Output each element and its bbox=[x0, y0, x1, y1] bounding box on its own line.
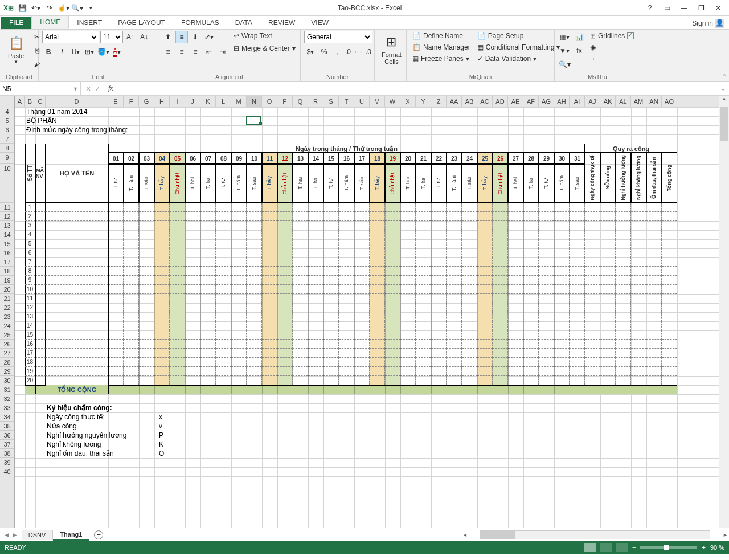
fill-color-button[interactable]: 🪣▾ bbox=[97, 46, 109, 58]
align-middle-icon[interactable]: ≡ bbox=[175, 31, 188, 43]
grid-body[interactable]: Tháng 01 năm 2014BỘ PHẬNĐịnh mức ngày cô… bbox=[15, 107, 719, 528]
column-header[interactable]: AL bbox=[616, 96, 631, 107]
column-header[interactable]: K bbox=[200, 96, 216, 107]
column-header[interactable]: L bbox=[216, 96, 231, 107]
row-header[interactable]: 5 bbox=[0, 116, 14, 125]
column-header[interactable]: G bbox=[139, 96, 154, 107]
orientation-icon[interactable]: ⤢▾ bbox=[203, 31, 215, 43]
underline-button[interactable]: U▾ bbox=[69, 46, 82, 58]
column-header[interactable]: B bbox=[25, 96, 35, 107]
column-header[interactable]: AN bbox=[646, 96, 662, 107]
tab-home[interactable]: HOME bbox=[31, 15, 69, 29]
horizontal-scrollbar[interactable] bbox=[480, 530, 710, 539]
column-header[interactable]: P bbox=[277, 96, 293, 107]
row-header[interactable]: 30 bbox=[0, 376, 14, 385]
row-header[interactable]: 22 bbox=[0, 303, 14, 312]
tab-review[interactable]: REVIEW bbox=[260, 17, 303, 29]
collapse-ribbon-icon[interactable]: ⌃ bbox=[722, 73, 727, 80]
ribbon-display-icon[interactable]: ▭ bbox=[660, 2, 674, 14]
column-header[interactable]: AA bbox=[447, 96, 462, 107]
row-header[interactable]: 16 bbox=[0, 248, 14, 257]
accept-formula-icon[interactable]: ✓ bbox=[95, 85, 100, 93]
decrease-font-icon[interactable]: A↓ bbox=[138, 31, 150, 43]
row-header[interactable]: 17 bbox=[0, 257, 14, 267]
column-header[interactable]: AB bbox=[462, 96, 477, 107]
row-header[interactable]: 29 bbox=[0, 367, 14, 376]
tab-insert[interactable]: INSERT bbox=[69, 17, 110, 29]
vertical-scrollbar[interactable]: ▲ bbox=[719, 96, 729, 528]
page-setup-button[interactable]: 📄Page Setup bbox=[475, 31, 563, 41]
accounting-format-icon[interactable]: $▾ bbox=[304, 46, 317, 58]
align-top-icon[interactable]: ⬆ bbox=[162, 31, 174, 43]
column-header[interactable]: U bbox=[354, 96, 370, 107]
zoom-thumb[interactable] bbox=[664, 545, 669, 550]
column-header[interactable]: O bbox=[262, 96, 277, 107]
column-header[interactable]: J bbox=[185, 96, 200, 107]
bold-button[interactable]: B bbox=[42, 46, 55, 58]
comma-format-icon[interactable]: , bbox=[331, 46, 344, 58]
row-header[interactable]: 40 bbox=[0, 467, 14, 476]
row-header[interactable]: 6 bbox=[0, 125, 14, 134]
row-header[interactable]: 27 bbox=[0, 349, 14, 358]
sheet-nav-first-icon[interactable]: ◄ bbox=[3, 531, 10, 539]
column-header[interactable]: AI bbox=[570, 96, 585, 107]
gridlines-toggle[interactable]: ⊞Gridlines bbox=[588, 31, 636, 41]
row-header[interactable]: 14 bbox=[0, 230, 14, 239]
column-header[interactable]: AH bbox=[554, 96, 570, 107]
restore-button[interactable]: ❐ bbox=[694, 2, 708, 14]
column-header[interactable]: AM bbox=[631, 96, 646, 107]
data-validation-button[interactable]: ✓Data Validation▾ bbox=[475, 54, 563, 64]
freeze-panes-button[interactable]: ▦Freeze Panes▾ bbox=[410, 54, 473, 64]
column-header[interactable]: AE bbox=[508, 96, 523, 107]
format-cells-button[interactable]: ⊞ Format Cells bbox=[378, 31, 405, 67]
row-header[interactable]: 23 bbox=[0, 312, 14, 321]
row-header[interactable]: 25 bbox=[0, 330, 14, 340]
sheet-nav-last-icon[interactable]: ► bbox=[11, 531, 18, 539]
column-header[interactable]: A bbox=[15, 96, 25, 107]
merge-center-button[interactable]: ⊟Merge & Center▾ bbox=[231, 43, 298, 54]
row-header[interactable]: 9 bbox=[0, 153, 14, 164]
column-header[interactable]: E bbox=[108, 96, 124, 107]
column-header[interactable]: V bbox=[370, 96, 385, 107]
row-header[interactable]: 33 bbox=[0, 403, 14, 412]
percent-format-icon[interactable]: % bbox=[318, 46, 330, 58]
column-header[interactable]: R bbox=[308, 96, 323, 107]
align-left-icon[interactable]: ≡ bbox=[162, 46, 174, 58]
page-layout-view-icon[interactable] bbox=[600, 543, 612, 552]
align-center-icon[interactable]: ≡ bbox=[175, 46, 188, 58]
tab-page-layout[interactable]: PAGE LAYOUT bbox=[110, 17, 173, 29]
column-header[interactable]: D bbox=[46, 96, 108, 107]
column-header[interactable]: H bbox=[154, 96, 170, 107]
column-header[interactable]: T bbox=[339, 96, 354, 107]
column-header[interactable]: N bbox=[247, 96, 262, 107]
name-manager-button[interactable]: 📋Name Manager bbox=[410, 42, 473, 52]
cancel-formula-icon[interactable]: ✕ bbox=[85, 85, 91, 93]
font-name-select[interactable]: Arial bbox=[42, 31, 99, 43]
column-headers[interactable]: ABCDEFGHIJKLMNOPQRSTUVWXYZAAABACADAEAFAG… bbox=[15, 96, 719, 107]
column-header[interactable]: X bbox=[400, 96, 416, 107]
column-header[interactable]: AF bbox=[523, 96, 539, 107]
hscroll-thumb[interactable] bbox=[481, 531, 515, 539]
tab-formulas[interactable]: FORMULAS bbox=[173, 17, 227, 29]
close-button[interactable]: ✕ bbox=[711, 2, 726, 14]
sheet-tab-thang1[interactable]: Thang1 bbox=[53, 529, 89, 541]
minimize-button[interactable]: — bbox=[677, 2, 691, 14]
sign-in[interactable]: Sign in👤 bbox=[687, 18, 729, 29]
row-header[interactable]: 18 bbox=[0, 267, 14, 276]
qat-customize-icon[interactable]: ▾ bbox=[84, 2, 97, 14]
row-header[interactable]: 26 bbox=[0, 340, 14, 349]
row-header[interactable]: 38 bbox=[0, 449, 14, 458]
print-preview-icon[interactable]: 🔍▾ bbox=[71, 2, 83, 14]
add-sheet-button[interactable]: + bbox=[89, 530, 108, 539]
increase-indent-icon[interactable]: ⇥ bbox=[216, 46, 229, 58]
row-header[interactable]: 21 bbox=[0, 294, 14, 303]
zoom-level[interactable]: 90 % bbox=[710, 544, 724, 551]
sheet-tab-dsnv[interactable]: DSNV bbox=[22, 530, 54, 540]
chevron-down-icon[interactable]: ▼ bbox=[73, 86, 78, 92]
table-icon[interactable]: ▦▾ bbox=[558, 31, 571, 43]
help-icon[interactable]: ? bbox=[642, 2, 657, 14]
name-box-input[interactable] bbox=[2, 85, 73, 93]
normal-view-icon[interactable] bbox=[584, 543, 596, 552]
column-header[interactable]: AK bbox=[600, 96, 616, 107]
italic-button[interactable]: I bbox=[56, 46, 68, 58]
